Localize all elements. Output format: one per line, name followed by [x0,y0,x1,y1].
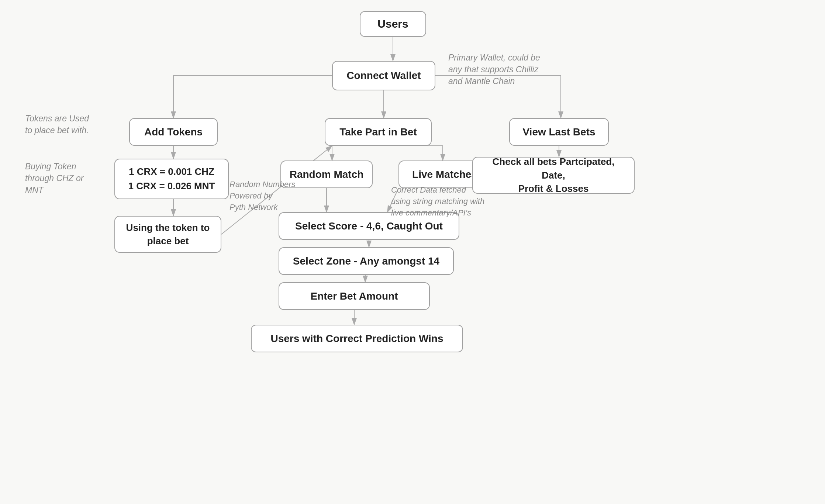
annotation-tokens: Tokens are Usedto place bet with. [25,113,89,136]
users-win-node: Users with Correct Prediction Wins [251,325,463,352]
add-tokens-node: Add Tokens [129,118,218,146]
annotation-wallet: Primary Wallet, could beany that support… [448,52,540,87]
check-bets-node: Check all bets Partcipated, Date,Profit … [472,157,635,194]
annotation-buying: Buying Tokenthrough CHZ orMNT [25,160,84,196]
diagram-container: Users Connect Wallet Add Tokens Take Par… [0,0,825,504]
take-part-node: Take Part in Bet [325,118,432,146]
select-zone-node: Select Zone - Any amongst 14 [279,247,454,275]
users-node: Users [360,11,426,37]
annotation-live: Correct Data fetchedusing string matchin… [391,184,484,218]
connect-wallet-node: Connect Wallet [332,61,435,90]
enter-bet-node: Enter Bet Amount [279,282,430,310]
view-last-bets-node: View Last Bets [509,118,609,146]
using-token-node: Using the token toplace bet [114,216,221,253]
annotation-random: Random NumbersPowered byPyth Network [229,179,296,213]
token-rate-node: 1 CRX = 0.001 CHZ1 CRX = 0.026 MNT [114,159,229,199]
